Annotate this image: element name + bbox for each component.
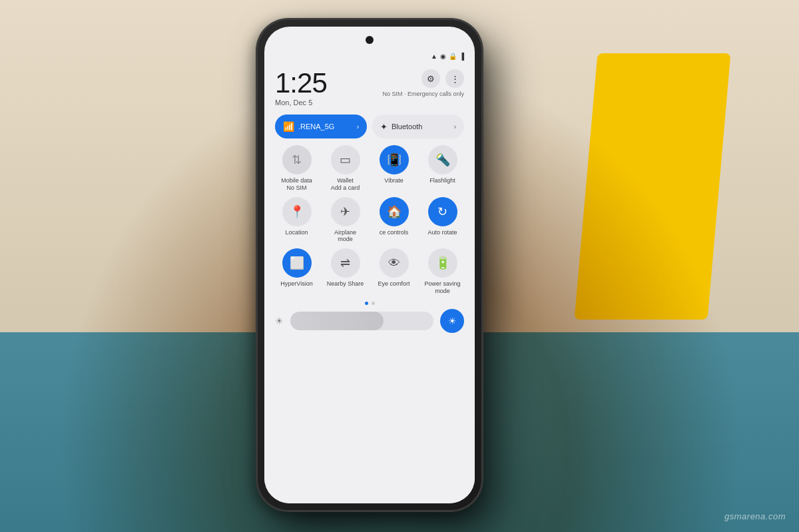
toggle-vibrate[interactable]: 📳 Vibrate [372,145,415,192]
sim-status: No SIM · Emergency calls only [382,91,464,97]
power-saving-icon: 🔋 [428,248,457,278]
power-saving-label: Power savingmode [424,280,460,295]
bluetooth-tile[interactable]: ✦ Bluetooth › [372,115,464,138]
bluetooth-label: Bluetooth [392,123,450,131]
airplane-icon: ✈ [331,197,360,226]
flashlight-icon: 🔦 [428,145,457,174]
phone-body: ▲ ◉ 🔒 ▐ 1:25 Mon, Dec 5 ⚙ [256,19,483,511]
toggle-power-saving[interactable]: 🔋 Power savingmode [421,248,464,295]
mobile-data-label: Mobile dataNo SIM [281,177,312,192]
hypervision-label: HyperVision [280,280,312,288]
nearby-share-label: Nearby Share [327,280,364,288]
brightness-high-icon: ☀ [448,316,457,326]
bluetooth-icon: ✦ [380,122,388,132]
dot-2 [372,302,375,305]
wallet-label: WalletAdd a card [331,177,360,192]
toggle-flashlight[interactable]: 🔦 Flashlight [421,145,464,192]
brightness-low-icon: ☀ [275,316,284,326]
toggle-device-controls[interactable]: 🏠 ce controls [372,197,415,244]
device-controls-label: ce controls [380,229,409,236]
toggle-hypervision[interactable]: ⬜ HyperVision [275,248,318,295]
lock-icon: 🔒 [449,53,457,60]
airplane-label: Airplanemode [334,229,356,244]
vibrate-icon: 📳 [380,145,409,174]
camera-hole [366,36,374,44]
toggle-nearby-share[interactable]: ⇌ Nearby Share [324,248,367,295]
location-icon: 📍 [282,197,312,226]
phone-screen: ▲ ◉ 🔒 ▐ 1:25 Mon, Dec 5 ⚙ [264,27,475,503]
brightness-fill [290,312,384,330]
dot-1 [365,302,368,305]
auto-rotate-label: Auto rotate [427,229,457,236]
wifi-tile-label: .RENA_5G [298,123,353,131]
brightness-track[interactable] [290,312,433,330]
time-value: 1:25 [275,69,327,97]
auto-rotate-icon: ↻ [428,197,457,226]
status-icons: ▲ ◉ 🔒 ▐ [431,53,464,60]
toggle-mobile-data[interactable]: ⇅ Mobile dataNo SIM [275,145,318,192]
time-section: 1:25 Mon, Dec 5 ⚙ ⋮ No SIM · Emergency c… [275,69,464,107]
time-display: 1:25 Mon, Dec 5 [275,69,327,107]
hypervision-icon: ⬜ [282,248,312,278]
flashlight-label: Flashlight [429,177,455,184]
quick-settings-panel: 1:25 Mon, Dec 5 ⚙ ⋮ No SIM · Emergency c… [264,64,475,503]
toggle-eye-comfort[interactable]: 👁 Eye comfort [372,248,415,295]
signal-icon: ◉ [440,53,446,60]
more-button[interactable]: ⋮ [445,69,464,88]
top-action-icons: ⚙ ⋮ [421,69,464,88]
wallet-icon: ▭ [331,145,360,174]
eye-comfort-label: Eye comfort [378,280,409,288]
quick-toggle-grid: ⇅ Mobile dataNo SIM ▭ WalletAdd a card 📳… [275,145,464,295]
settings-controls: ⚙ ⋮ No SIM · Emergency calls only [382,69,464,97]
eye-comfort-icon: 👁 [380,248,409,278]
toggle-location[interactable]: 📍 Location [275,197,318,244]
wifi-tile-arrow: › [357,123,359,131]
toggle-auto-rotate[interactable]: ↻ Auto rotate [421,197,464,244]
toggle-wallet[interactable]: ▭ WalletAdd a card [324,145,367,192]
wifi-tile[interactable]: 📶 .RENA_5G › [275,115,367,138]
wifi-tile-icon: 📶 [283,121,294,132]
location-label: Location [285,229,308,236]
battery-icon: ▐ [459,53,464,60]
bluetooth-arrow: › [454,123,456,131]
wifi-status-icon: ▲ [431,53,437,60]
page-indicator [275,302,464,305]
status-bar: ▲ ◉ 🔒 ▐ [264,48,475,64]
toggle-airplane[interactable]: ✈ Airplanemode [324,197,367,244]
vibrate-label: Vibrate [384,177,403,184]
brightness-row: ☀ ☀ [275,309,464,333]
device-controls-icon: 🏠 [380,197,409,226]
settings-button[interactable]: ⚙ [421,69,440,88]
mobile-data-icon: ⇅ [282,145,312,174]
phone-device: ▲ ◉ 🔒 ▐ 1:25 Mon, Dec 5 ⚙ [256,19,483,511]
nearby-share-icon: ⇌ [331,248,360,278]
brightness-high-button[interactable]: ☀ [440,309,464,333]
connectivity-tiles: 📶 .RENA_5G › ✦ Bluetooth › [275,115,464,138]
date-value: Mon, Dec 5 [275,99,327,107]
